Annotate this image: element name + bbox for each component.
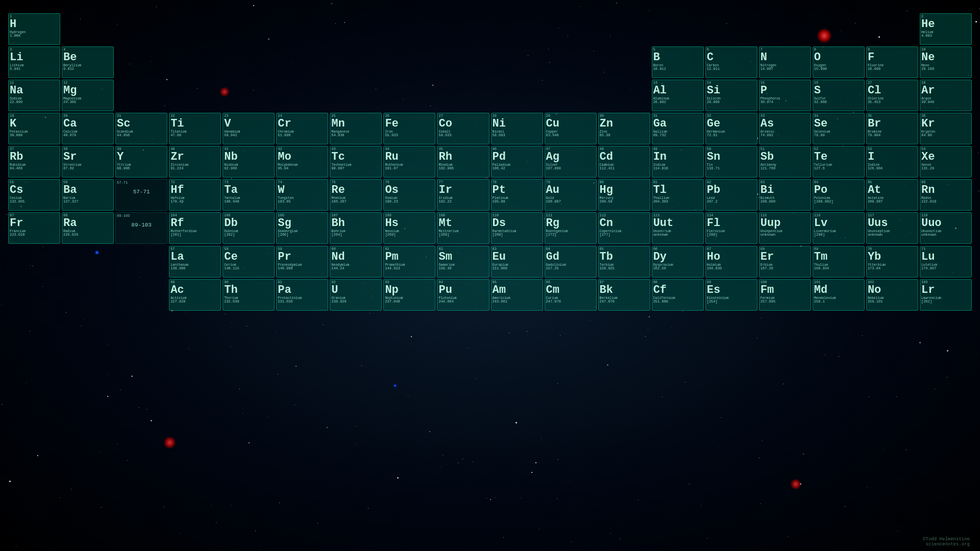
element-cell[interactable] [223,13,275,45]
element-cell[interactable]: 73 Ta Tantalum 180.948 [223,179,275,211]
element-cell[interactable]: 27 Co Cobalt 58.933 [437,113,489,144]
element-cell[interactable] [115,46,167,78]
element-cell[interactable]: 70 Yb Ytterbium 173.04 [866,246,918,278]
element-cell[interactable]: 47 Ag Silver 107.868 [545,146,597,178]
element-cell[interactable] [169,46,221,78]
element-cell[interactable]: 86 Rn Radon 222.018 [920,179,972,211]
element-cell[interactable]: 19 K Potassium 39.098 [8,113,60,144]
element-cell[interactable]: 64 Gd Gadolinium 157.25 [545,246,597,278]
element-cell[interactable]: 34 Se Selenium 78.09 [813,113,865,144]
element-cell[interactable]: 77 Ir Iridium 192.22 [437,179,489,211]
element-cell[interactable]: 98 Cf Californium 251.080 [652,279,704,311]
element-cell[interactable] [545,13,597,45]
element-cell[interactable]: 49 In Indium 114.818 [652,146,704,178]
element-cell[interactable]: 54 Xe Xenon 131.29 [920,146,972,178]
element-cell[interactable]: 11 Na Sodium 22.990 [8,80,60,111]
element-cell[interactable]: 94 Pu Plutonium 244.064 [437,279,489,311]
element-cell[interactable]: 21 Sc Scandium 44.956 [115,113,167,144]
element-cell[interactable]: 101 Md Mendelevium 258.1 [813,279,865,311]
element-cell[interactable]: 67 Ho Holmium 164.930 [705,246,757,278]
element-cell[interactable] [545,80,597,111]
element-cell[interactable]: 89 Ac Actinium 227.028 [169,279,221,311]
element-cell[interactable]: 104 Rf Rutherfordium [261] [169,212,221,244]
element-cell[interactable] [437,46,489,78]
element-cell[interactable]: 20 Ca Calcium 40.078 [62,113,114,144]
element-cell[interactable]: 118 Uuo Ununoctium unknown [920,212,972,244]
element-cell[interactable]: 83 Bi Bismuth 208.980 [759,179,811,211]
element-cell[interactable]: 80 Hg Mercury 200.59 [598,179,650,211]
element-cell[interactable]: 97 Bk Berkelium 247.070 [598,279,650,311]
element-cell[interactable]: 1 H Hydrogen 1.008 [8,13,60,45]
element-cell[interactable]: 55 Cs Cesium 132.905 [8,179,60,211]
element-cell[interactable]: 93 Np Neptunium 237.048 [383,279,435,311]
element-cell[interactable]: 22 Ti Titanium 47.88 [169,113,221,144]
element-cell[interactable] [276,13,328,45]
element-cell[interactable]: 106 Sg Seaborgium [266] [276,212,328,244]
element-cell[interactable]: 107 Bh Bohrium [264] [330,212,382,244]
element-cell[interactable]: 48 Cd Cadmium 112.411 [598,146,650,178]
element-cell[interactable] [62,13,114,45]
element-cell[interactable]: 4 Be Beryllium 9.012 [62,46,114,78]
element-cell[interactable] [866,13,918,45]
element-cell[interactable] [276,80,328,111]
element-cell[interactable] [598,80,650,111]
element-cell[interactable]: 75 Re Rhenium 186.207 [330,179,382,211]
element-cell[interactable]: 33 As Arsenic 74.992 [759,113,811,144]
element-cell[interactable]: 5 B Boron 10.811 [652,46,704,78]
element-cell[interactable]: 60 Nd Neodymium 144.24 [330,246,382,278]
element-cell[interactable]: 41 Nb Niobium 92.906 [223,146,275,178]
element-cell[interactable]: 52 Te Tellurium 127.6 [813,146,865,178]
element-cell[interactable]: 96 Cm Curium 247.070 [545,279,597,311]
element-cell[interactable]: 43 Tc Technetium 98.907 [330,146,382,178]
element-cell[interactable] [330,80,382,111]
element-cell[interactable]: 65 Tb Terbium 158.925 [598,246,650,278]
element-cell[interactable]: 78 Pt Platinum 195.08 [491,179,543,211]
element-cell[interactable]: 88 Ra Radium 226.025 [62,212,114,244]
element-cell[interactable]: 62 Sm Samarium 150.36 [437,246,489,278]
element-cell[interactable]: 29 Cu Copper 63.546 [545,113,597,144]
element-cell[interactable]: 26 Fe Iron 55.933 [383,113,435,144]
element-cell[interactable]: 81 Tl Thallium 204.383 [652,179,704,211]
element-cell[interactable]: 99 Es Einsteinium [254] [705,279,757,311]
element-cell[interactable]: 40 Zr Zirconium 91.224 [169,146,221,178]
element-cell[interactable] [115,13,167,45]
element-cell[interactable]: 115 Uup Ununpentium unknown [759,212,811,244]
element-cell[interactable]: 42 Mo Molybdenum 95.94 [276,146,328,178]
element-cell[interactable]: 95 Am Americium 243.061 [491,279,543,311]
element-cell[interactable]: 15 P Phosphorus 30.974 [759,80,811,111]
element-cell[interactable] [491,46,543,78]
element-cell[interactable]: 28 Ni Nickel 58.693 [491,113,543,144]
element-cell[interactable]: 68 Er Erbium 167.26 [759,246,811,278]
element-cell[interactable]: 102 No Nobelium 259.101 [866,279,918,311]
element-cell[interactable] [330,46,382,78]
element-cell[interactable]: 63 Eu Europium 151.966 [491,246,543,278]
element-cell[interactable] [598,46,650,78]
element-cell[interactable]: 14 Si Silicon 28.086 [705,80,757,111]
element-cell[interactable]: 13 Al Aluminum 26.982 [652,80,704,111]
element-cell[interactable] [276,46,328,78]
element-cell[interactable]: 6 C Carbon 12.011 [705,46,757,78]
element-cell[interactable] [437,13,489,45]
element-cell[interactable]: 109 Mt Meitnerium [268] [437,212,489,244]
element-cell[interactable]: 12 Mg Magnesium 24.305 [62,80,114,111]
element-cell[interactable]: 9 F Fluorine 18.998 [866,46,918,78]
element-cell[interactable]: 90 Th Thorium 232.038 [223,279,275,311]
element-cell[interactable] [330,13,382,45]
element-cell[interactable] [223,46,275,78]
element-cell[interactable]: 61 Pm Promethium 144.913 [383,246,435,278]
element-cell[interactable]: 25 Mn Manganese 54.938 [330,113,382,144]
element-cell[interactable]: 57-7157-71 [115,179,167,211]
element-cell[interactable] [598,13,650,45]
element-cell[interactable] [545,46,597,78]
element-cell[interactable]: 18 Ar Argon 39.948 [920,80,972,111]
element-cell[interactable]: 39 Y Yttrium 88.906 [115,146,167,178]
element-cell[interactable]: 66 Dy Dysprosium 162.50 [652,246,704,278]
element-cell[interactable]: 84 Po Polonium [208.982] [813,179,865,211]
element-cell[interactable]: 37 Rb Rubidium 84.468 [8,146,60,178]
element-cell[interactable] [115,80,167,111]
element-cell[interactable]: 46 Pd Palladium 106.42 [491,146,543,178]
element-cell[interactable]: 92 U Uranium 238.029 [330,279,382,311]
element-cell[interactable]: 31 Ga Gallium 69.732 [652,113,704,144]
element-cell[interactable]: 32 Ge Germanium 72.61 [705,113,757,144]
element-cell[interactable]: 111 Rg Roentgenium [272] [545,212,597,244]
